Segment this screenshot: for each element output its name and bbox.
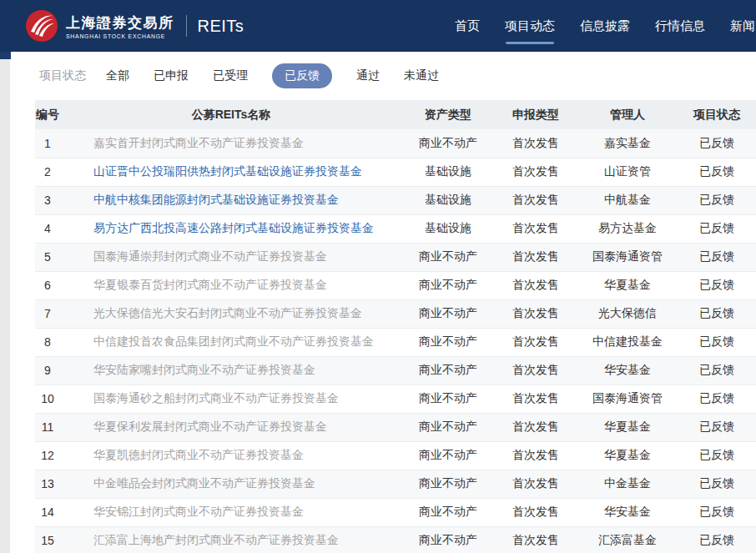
status-filter-options: 全部已申报已受理已反馈通过未通过	[106, 63, 463, 88]
cell-asset-type: 商业不动产	[402, 385, 494, 413]
cell-apply-type: 首次发售	[494, 470, 577, 498]
cell-manager: 华安基金	[577, 498, 678, 526]
cell-apply-type: 首次发售	[494, 243, 577, 271]
reits-table: 编号公募REITs名称资产类型申报类型管理人项目状态 1嘉实首开封闭式商业不动产…	[35, 100, 756, 553]
cell-name-link[interactable]: 嘉实首开封闭式商业不动产证券投资基金	[60, 129, 402, 158]
cell-manager: 汇添富基金	[577, 526, 678, 553]
cell-name-link[interactable]: 易方达广西北投高速公路封闭式基础设施证券投资基金	[60, 214, 402, 243]
cell-name-link[interactable]: 中金唯品会封闭式商业不动产证券投资基金	[60, 470, 402, 498]
cell-name-link[interactable]: 华安陆家嘴封闭式商业不动产证券投资基金	[60, 356, 402, 385]
cell-name-link[interactable]: 华夏银泰百货封闭式商业不动产证券投资基金	[60, 271, 402, 299]
cell-name-link[interactable]: 华安锦江封闭式商业不动产证券投资基金	[60, 498, 402, 526]
table-row: 6华夏银泰百货封闭式商业不动产证券投资基金商业不动产首次发售华夏基金已反馈	[35, 271, 756, 299]
nav-item-link[interactable]: 新闻	[730, 0, 755, 52]
filter-option[interactable]: 已申报	[154, 63, 189, 88]
nav-item-active[interactable]: 项目动态	[505, 0, 555, 52]
cell-status: 已反馈	[678, 299, 756, 328]
cell-manager: 中信建投基金	[577, 328, 678, 356]
nav-item-link[interactable]: 信息披露	[580, 0, 630, 52]
cell-apply-type: 首次发售	[494, 413, 577, 441]
cell-status: 已反馈	[678, 498, 756, 526]
cell-name-link[interactable]: 山证晋中公投瑞阳供热封闭式基础设施证券投资基金	[60, 158, 402, 186]
cell-name-link[interactable]: 光大保德信光大安石封闭式商业不动产证券投资基金	[60, 299, 402, 328]
cell-no: 13	[35, 470, 60, 498]
nav-item-link[interactable]: 首页	[455, 0, 480, 52]
cell-no: 8	[35, 328, 60, 356]
cell-asset-type: 商业不动产	[402, 328, 494, 356]
filter-option[interactable]: 已受理	[213, 63, 248, 88]
cell-apply-type: 首次发售	[494, 356, 577, 385]
cell-name-link[interactable]: 汇添富上海地产封闭式商业不动产证券投资基金	[60, 526, 402, 553]
cell-no: 7	[35, 299, 60, 328]
filter-option-selected[interactable]: 已反馈	[272, 63, 332, 88]
cell-no: 2	[35, 158, 60, 186]
cell-asset-type: 商业不动产	[402, 441, 494, 470]
cell-no: 9	[35, 356, 60, 385]
column-header: 管理人	[577, 100, 678, 129]
cell-apply-type: 首次发售	[494, 129, 577, 158]
table-row: 15汇添富上海地产封闭式商业不动产证券投资基金商业不动产首次发售汇添富基金已反馈	[35, 526, 756, 553]
cell-apply-type: 首次发售	[494, 498, 577, 526]
table-row: 12华夏凯德封闭式商业不动产证券投资基金商业不动产首次发售华夏基金已反馈	[35, 441, 756, 470]
cell-apply-type: 首次发售	[494, 441, 577, 470]
cell-no: 1	[35, 129, 60, 158]
main-nav: 首页项目动态信息披露行情信息新闻	[455, 0, 755, 52]
cell-asset-type: 商业不动产	[402, 470, 494, 498]
table-row: 14华安锦江封闭式商业不动产证券投资基金商业不动产首次发售华安基金已反馈	[35, 498, 756, 526]
cell-no: 14	[35, 498, 60, 526]
cell-asset-type: 商业不动产	[402, 498, 494, 526]
cell-asset-type: 基础设施	[402, 158, 494, 186]
cell-apply-type: 首次发售	[494, 328, 577, 356]
cell-manager: 华安基金	[577, 356, 678, 385]
cell-no: 4	[35, 214, 60, 243]
cell-name-link[interactable]: 华夏凯德封闭式商业不动产证券投资基金	[60, 441, 402, 470]
brand-name-cn: 上海證券交易所	[66, 13, 174, 33]
cell-name-link[interactable]: 中信建投首农食品集团封闭式商业不动产证券投资基金	[60, 328, 402, 356]
nav-item-link[interactable]: 行情信息	[655, 0, 705, 52]
cell-status: 已反馈	[678, 129, 756, 158]
cell-no: 3	[35, 186, 60, 214]
cell-manager: 国泰海通资管	[577, 243, 678, 271]
cell-asset-type: 商业不动产	[402, 299, 494, 328]
cell-status: 已反馈	[678, 243, 756, 271]
cell-manager: 嘉实基金	[577, 129, 678, 158]
filter-option[interactable]: 全部	[106, 63, 129, 88]
column-header: 申报类型	[494, 100, 577, 129]
cell-manager: 华夏基金	[577, 441, 678, 470]
cell-apply-type: 首次发售	[494, 271, 577, 299]
cell-name-link[interactable]: 国泰海通崇邦封闭式商业不动产证券投资基金	[60, 243, 402, 271]
cell-asset-type: 基础设施	[402, 214, 494, 243]
cell-manager: 华夏基金	[577, 271, 678, 299]
table-row: 2山证晋中公投瑞阳供热封闭式基础设施证券投资基金基础设施首次发售山证资管已反馈	[35, 158, 756, 186]
table-row: 1嘉实首开封闭式商业不动产证券投资基金商业不动产首次发售嘉实基金已反馈	[35, 129, 756, 158]
cell-status: 已反馈	[678, 356, 756, 385]
filter-option[interactable]: 未通过	[404, 63, 439, 88]
cell-status: 已反馈	[678, 413, 756, 441]
cell-no: 15	[35, 526, 60, 553]
cell-asset-type: 商业不动产	[402, 129, 494, 158]
cell-status: 已反馈	[678, 271, 756, 299]
product-title: REITs	[198, 17, 244, 36]
cell-asset-type: 商业不动产	[402, 413, 494, 441]
cell-manager: 国泰海通资管	[577, 385, 678, 413]
column-header: 公募REITs名称	[60, 100, 402, 129]
filter-option[interactable]: 通过	[356, 63, 380, 88]
cell-asset-type: 商业不动产	[402, 356, 494, 385]
cell-no: 6	[35, 271, 60, 299]
table-row: 7光大保德信光大安石封闭式商业不动产证券投资基金商业不动产首次发售光大保德信已反…	[35, 299, 756, 328]
cell-manager: 光大保德信	[577, 299, 678, 328]
brand[interactable]: 上海證券交易所 SHANGHAI STOCK EXCHANGE REITs	[25, 9, 244, 43]
cell-manager: 山证资管	[577, 158, 678, 186]
table-row: 10国泰海通砂之船封闭式商业不动产证券投资基金商业不动产首次发售国泰海通资管已反…	[35, 385, 756, 413]
cell-apply-type: 首次发售	[494, 526, 577, 553]
table-row: 11华夏保利发展封闭式商业不动产证券投资基金商业不动产首次发售华夏基金已反馈	[35, 413, 756, 441]
sse-logo-icon	[25, 9, 58, 43]
top-header: 上海證券交易所 SHANGHAI STOCK EXCHANGE REITs 首页…	[0, 0, 756, 52]
cell-status: 已反馈	[678, 328, 756, 356]
cell-name-link[interactable]: 华夏保利发展封闭式商业不动产证券投资基金	[60, 413, 402, 441]
table-row: 5国泰海通崇邦封闭式商业不动产证券投资基金商业不动产首次发售国泰海通资管已反馈	[35, 243, 756, 271]
status-filter-row: 项目状态 全部已申报已受理已反馈通过未通过	[10, 52, 756, 100]
cell-name-link[interactable]: 国泰海通砂之船封闭式商业不动产证券投资基金	[60, 385, 402, 413]
cell-name-link[interactable]: 中航中核集团能源封闭式基础设施证券投资基金	[60, 186, 402, 214]
brand-text: 上海證券交易所 SHANGHAI STOCK EXCHANGE	[66, 13, 174, 39]
